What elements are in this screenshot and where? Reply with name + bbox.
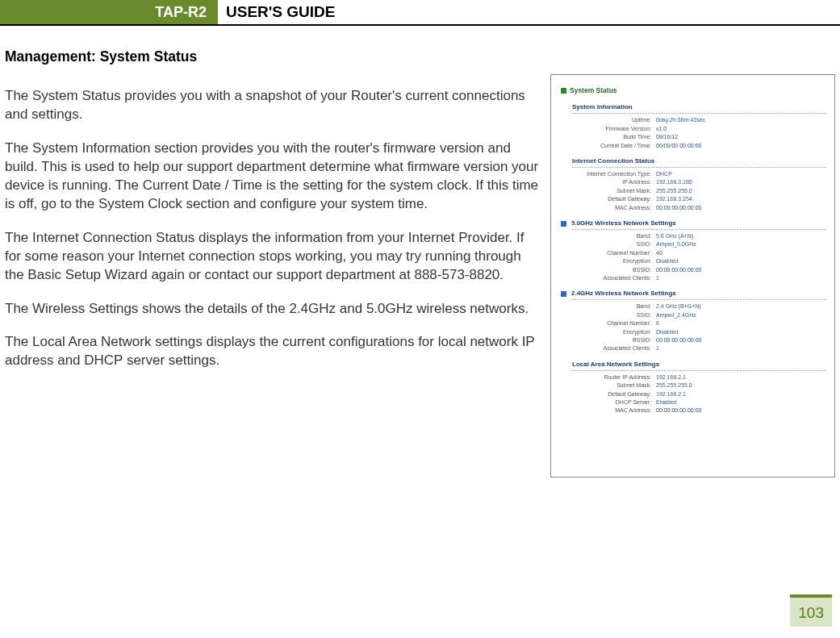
screenshot-row: Current Date / Time:00/00/00 00:00:00 xyxy=(561,142,826,149)
screenshot-row-value: 00/00/00 00:00:00 xyxy=(656,142,701,149)
screenshot-row: Encryption:Disabled xyxy=(561,328,826,336)
screenshot-row-label: Channel Number: xyxy=(561,319,656,327)
screenshot-main-title-text: System Status xyxy=(570,86,617,95)
screenshot-row: SSID:Amped_2.4GHz xyxy=(561,311,826,319)
screenshot-row: Default Gateway:192.168.2.1 xyxy=(561,390,826,398)
system-status-screenshot: System Status System InformationUptime:0… xyxy=(550,74,835,477)
screenshot-row-label: MAC Address: xyxy=(561,407,656,414)
screenshot-row-label: Build Time: xyxy=(561,133,656,140)
screenshot-row-value: 0day:2h:36m:43sec xyxy=(656,116,705,123)
page-number: 103 xyxy=(790,594,832,627)
screenshot-row-label: Encryption: xyxy=(561,328,656,336)
header-model-badge: TAP-R2 xyxy=(0,0,218,24)
screenshot-row-label: Router IP Address: xyxy=(561,373,656,381)
screenshot-section-title: 5.0GHz Wireless Network Settings xyxy=(572,219,826,230)
screenshot-section-title: 2.4GHz Wireless Network Settings xyxy=(572,290,826,300)
screenshot-row-label: Subnet Mask: xyxy=(561,187,656,194)
screenshot-row-label: MAC Address: xyxy=(561,204,656,211)
screenshot-row: Channel Number:6 xyxy=(561,319,826,327)
screenshot-row-label: Band: xyxy=(561,232,656,240)
screenshot-row-label: Associated Clients: xyxy=(561,274,656,281)
screenshot-row: BSSID:00:00:00:00:00:00 xyxy=(561,336,826,344)
screenshot-row: Default Gateway:192.168.3.254 xyxy=(561,195,826,202)
square-icon xyxy=(561,88,566,94)
text-column: Management: System Status The System Sta… xyxy=(5,48,550,477)
screenshot-row: IP Address:192.168.3.180 xyxy=(561,178,826,186)
header-model: TAP-R2 xyxy=(155,4,207,21)
screenshot-row: DHCP Server:Enabled xyxy=(561,398,826,406)
screenshot-row-value: Enabled xyxy=(656,398,677,406)
screenshot-section-title: Local Area Network Settings xyxy=(572,361,826,371)
screenshot-row-value: 5.0 GHz (A+N) xyxy=(656,232,693,240)
screenshot-row-value: 00:00:00:00:00:00 xyxy=(656,407,701,414)
screenshot-row: Band:5.0 GHz (A+N) xyxy=(561,232,826,240)
screenshot-row-label: BSSID: xyxy=(561,336,656,344)
screenshot-row-value: Amped_2.4GHz xyxy=(656,311,696,319)
screenshot-row-value: 192.168.2.1 xyxy=(656,390,686,398)
section-title: Management: System Status xyxy=(5,48,544,65)
screenshot-row-label: Uptime: xyxy=(561,116,656,123)
screenshot-row: Build Time:08/16/12 xyxy=(561,133,826,140)
screenshot-row-value: 1 xyxy=(656,344,659,352)
screenshot-row-label: Default Gateway: xyxy=(561,195,656,202)
screenshot-row-value: Amped_5.0GHz xyxy=(656,240,696,248)
screenshot-row-label: Subnet Mask: xyxy=(561,382,656,389)
screenshot-main-title: System Status xyxy=(561,86,826,95)
screenshot-row: MAC Address:00:00:00:00:00:00 xyxy=(561,407,826,414)
screenshot-section-title: Internet Connection Status xyxy=(572,157,826,168)
screenshot-row-value: 2.4 GHz (B+G+N) xyxy=(656,302,701,310)
paragraph: The System Status provides you with a sn… xyxy=(5,86,544,124)
screenshot-row: Associated Clients:1 xyxy=(561,274,826,281)
screenshot-row-value: 192.168.2.1 xyxy=(656,373,686,381)
screenshot-row-value: 00:00:00:00:00:00 xyxy=(656,336,701,344)
screenshot-row: Subnet Mask:255.255.255.0 xyxy=(561,187,826,194)
header-title: USER'S GUIDE xyxy=(218,0,335,24)
screenshot-row: Encryption:Disabled xyxy=(561,257,826,265)
screenshot-row-value: 00:00:00:00:00:00 xyxy=(656,266,701,273)
screenshot-row-label: SSID: xyxy=(561,240,656,248)
content: Management: System Status The System Sta… xyxy=(0,48,840,477)
screenshot-row: Uptime:0day:2h:36m:43sec xyxy=(561,116,826,123)
screenshot-row-value: 40 xyxy=(656,249,662,256)
screenshot-row-value: Disabled xyxy=(656,257,678,265)
header-bar: TAP-R2 USER'S GUIDE xyxy=(0,0,840,26)
screenshot-row-label: SSID: xyxy=(561,311,656,319)
screenshot-row-value: v1.0 xyxy=(656,125,667,132)
screenshot-row-label: Encryption: xyxy=(561,257,656,265)
paragraph: The Wireless Settings shows the details … xyxy=(5,299,544,318)
screenshot-row-label: Band: xyxy=(561,302,656,310)
paragraph: The Internet Connection Status displays … xyxy=(5,228,544,285)
screenshot-row-label: Associated Clients: xyxy=(561,344,656,352)
screenshot-row-value: 00:00:00:00:00:00 xyxy=(656,204,701,211)
screenshot-row: Subnet Mask:255.255.255.0 xyxy=(561,382,826,389)
screenshot-column: System Status System InformationUptime:0… xyxy=(550,48,835,477)
screenshot-row: Associated Clients:1 xyxy=(561,344,826,352)
paragraph: The Local Area Network settings displays… xyxy=(5,332,544,370)
screenshot-row-value: 192.168.3.180 xyxy=(656,178,692,186)
screenshot-row-label: DHCP Server: xyxy=(561,398,656,406)
screenshot-row-value: 6 xyxy=(656,319,659,327)
screenshot-row: Firmware Version:v1.0 xyxy=(561,125,826,132)
screenshot-row-label: Internet Connection Type: xyxy=(561,170,656,177)
screenshot-row-label: IP Address: xyxy=(561,178,656,186)
screenshot-row-value: 1 xyxy=(656,274,659,281)
screenshot-row: Internet Connection Type:DHCP xyxy=(561,170,826,177)
screenshot-row: BSSID:00:00:00:00:00:00 xyxy=(561,266,826,273)
screenshot-row: SSID:Amped_5.0GHz xyxy=(561,240,826,248)
screenshot-section-title: System Information xyxy=(572,103,826,114)
screenshot-row-label: Current Date / Time: xyxy=(561,142,656,149)
paragraph: The System Information section provides … xyxy=(5,139,544,214)
screenshot-row-value: 08/16/12 xyxy=(656,133,678,140)
screenshot-row-value: 255.255.255.0 xyxy=(656,382,692,389)
screenshot-row-value: 192.168.3.254 xyxy=(656,195,692,202)
screenshot-row-value: Disabled xyxy=(656,328,678,336)
screenshot-row-label: Default Gateway: xyxy=(561,390,656,398)
screenshot-row-label: BSSID: xyxy=(561,266,656,273)
screenshot-row-label: Channel Number: xyxy=(561,249,656,256)
screenshot-row: Router IP Address:192.168.2.1 xyxy=(561,373,826,381)
screenshot-row: MAC Address:00:00:00:00:00:00 xyxy=(561,204,826,211)
screenshot-row: Band:2.4 GHz (B+G+N) xyxy=(561,302,826,310)
screenshot-row: Channel Number:40 xyxy=(561,249,826,256)
screenshot-row-label: Firmware Version: xyxy=(561,125,656,132)
screenshot-row-value: DHCP xyxy=(656,170,672,177)
